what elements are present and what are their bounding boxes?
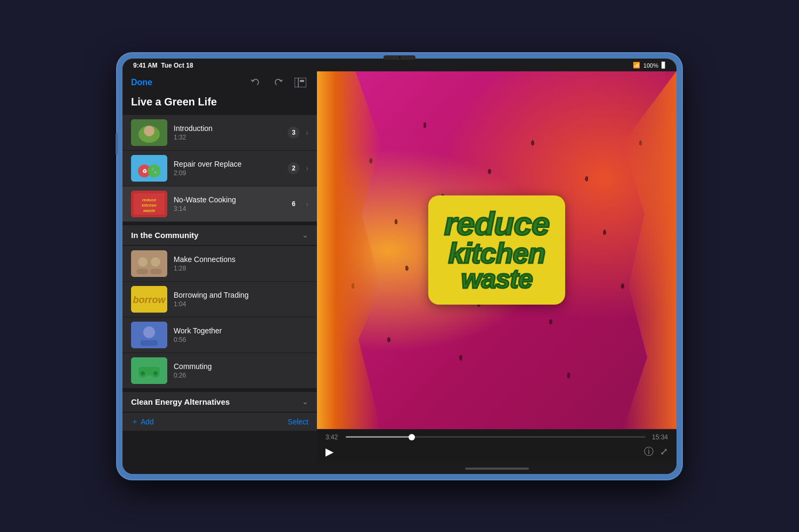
- svg-rect-0: [295, 78, 306, 87]
- video-duration: 0:56: [174, 336, 308, 343]
- video-thumbnail-nowaste: reduce kitchen waste: [131, 191, 167, 217]
- svg-point-33: [153, 371, 158, 375]
- status-time: 9:41 AM Tue Oct 18: [133, 62, 193, 69]
- video-duration: 2:09: [174, 169, 281, 177]
- chevron-right-icon: ›: [306, 128, 308, 137]
- select-button[interactable]: Select: [288, 418, 308, 426]
- video-thumbnail-intro: [131, 119, 167, 146]
- svg-rect-3: [131, 119, 167, 146]
- video-thumbnail-connections: [131, 250, 167, 277]
- video-duration: 0:26: [174, 372, 308, 379]
- svg-rect-6: [142, 135, 157, 143]
- progress-track[interactable]: [346, 436, 646, 438]
- svg-point-5: [143, 124, 155, 136]
- video-thumbnail-worktogether: [131, 322, 167, 348]
- undo-button[interactable]: [248, 75, 264, 91]
- video-info: Introduction 1:32: [174, 124, 281, 141]
- video-info: Commuting 0:26: [174, 362, 308, 379]
- video-title: Introduction: [174, 124, 281, 133]
- video-title: Make Connections: [174, 255, 308, 264]
- section-title: In the Community: [131, 231, 199, 240]
- video-title-overlay: reduce kitchen waste: [428, 195, 565, 305]
- chevron-right-icon: ›: [306, 200, 308, 208]
- svg-text:waste: waste: [143, 208, 156, 213]
- video-badge: 2: [288, 162, 299, 174]
- svg-rect-7: [143, 136, 148, 142]
- video-thumbnail-repair: ♻ 🔧: [131, 155, 167, 182]
- svg-text:🔧: 🔧: [151, 168, 158, 175]
- chapters-button[interactable]: [292, 75, 308, 91]
- right-panel: reduce kitchen waste 3:42 15:34: [317, 71, 676, 474]
- chevron-right-icon: ›: [306, 164, 308, 173]
- player-controls: 3:42 15:34 ▶ ⓘ ⤢: [317, 429, 676, 463]
- side-button: [116, 133, 118, 154]
- device-screen: 9:41 AM Tue Oct 18 📶 100% ▊ Done: [123, 59, 676, 474]
- svg-point-26: [143, 326, 155, 338]
- wifi-icon: 📶: [633, 62, 640, 69]
- video-title: No-Waste Cooking: [174, 195, 281, 204]
- overlay-text-line2: kitchen: [444, 240, 549, 267]
- video-info: Work Together 0:56: [174, 326, 308, 343]
- section-header-clean-energy[interactable]: Clean Energy Alternatives ⌄: [123, 392, 317, 412]
- svg-rect-21: [136, 269, 148, 274]
- chevron-down-icon: ⌄: [302, 231, 308, 239]
- svg-text:reduce: reduce: [142, 198, 157, 202]
- section-title: Clean Energy Alternatives: [131, 397, 230, 406]
- battery-icon: ▊: [662, 62, 666, 69]
- progress-bar-container: 3:42 15:34: [325, 433, 668, 441]
- add-label: Add: [141, 418, 154, 426]
- main-content: Done: [123, 71, 676, 474]
- svg-rect-27: [141, 340, 158, 346]
- home-bar: [465, 468, 529, 470]
- fullscreen-button[interactable]: ⤢: [660, 446, 668, 457]
- video-duration: 1:28: [174, 265, 308, 272]
- play-button[interactable]: ▶: [325, 445, 333, 458]
- ipad-frame: 9:41 AM Tue Oct 18 📶 100% ▊ Done: [117, 53, 682, 479]
- add-select-bar: ＋ Add Select: [123, 413, 317, 431]
- video-title: Commuting: [174, 362, 308, 371]
- left-panel: Done: [123, 71, 317, 474]
- list-item[interactable]: Work Together 0:56: [123, 317, 317, 353]
- overlay-text-line3: waste: [444, 267, 549, 292]
- current-time: 3:42: [325, 433, 340, 441]
- svg-text:♻: ♻: [142, 168, 147, 174]
- svg-rect-2: [300, 80, 304, 82]
- info-button[interactable]: ⓘ: [644, 445, 654, 458]
- video-list[interactable]: Introduction 1:32 3 ›: [123, 114, 317, 474]
- list-item[interactable]: Commuting 0:26: [123, 353, 317, 388]
- video-info: Borrowing and Trading 1:04: [174, 291, 308, 308]
- svg-text:borrow: borrow: [133, 294, 166, 305]
- list-item[interactable]: Make Connections 1:28: [123, 246, 317, 281]
- panel-title: Live a Green Life: [123, 96, 317, 114]
- controls-row: ▶ ⓘ ⤢: [325, 445, 668, 458]
- list-item[interactable]: Introduction 1:32 3 ›: [123, 115, 317, 150]
- status-bar: 9:41 AM Tue Oct 18 📶 100% ▊: [123, 59, 676, 71]
- video-info: Repair over Replace 2:09: [174, 160, 281, 177]
- chevron-down-icon: ⌄: [302, 397, 308, 406]
- svg-point-20: [151, 257, 160, 267]
- svg-point-19: [138, 257, 148, 267]
- video-info: Make Connections 1:28: [174, 255, 308, 272]
- video-thumbnail-borrowing: borrow: [131, 286, 167, 313]
- svg-point-32: [141, 371, 145, 375]
- video-badge: 3: [288, 127, 299, 138]
- svg-rect-18: [131, 250, 167, 277]
- battery-percentage: 100%: [643, 62, 658, 69]
- add-button[interactable]: ＋ Add: [131, 417, 154, 427]
- list-item-active[interactable]: reduce kitchen waste No-Waste Cooking 3:…: [123, 186, 317, 222]
- camera-area: [384, 55, 415, 60]
- svg-rect-22: [150, 269, 162, 274]
- video-area: reduce kitchen waste: [317, 71, 676, 429]
- list-item[interactable]: ♻ 🔧 Repair over Replace 2:09 2 ›: [123, 151, 317, 186]
- plus-icon: ＋: [131, 417, 138, 427]
- redo-button[interactable]: [270, 75, 286, 91]
- list-item[interactable]: borrow Borrowing and Trading 1:04: [123, 282, 317, 317]
- video-thumbnail-commuting: [131, 357, 167, 384]
- status-right: 📶 100% ▊: [633, 62, 666, 69]
- svg-text:kitchen: kitchen: [142, 203, 157, 208]
- section-header-community[interactable]: In the Community ⌄: [123, 225, 317, 245]
- progress-thumb: [409, 434, 415, 440]
- svg-rect-4: [131, 119, 167, 146]
- video-duration: 1:32: [174, 134, 281, 141]
- done-button[interactable]: Done: [131, 78, 152, 87]
